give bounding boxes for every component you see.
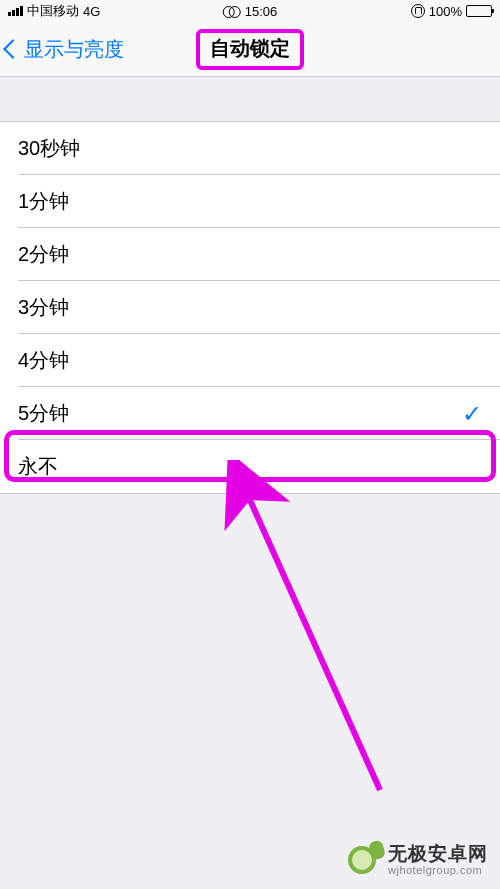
option-5min[interactable]: 5分钟 ✓: [0, 387, 500, 440]
status-left: 中国移动 4G: [8, 2, 100, 20]
option-4min[interactable]: 4分钟: [0, 334, 500, 387]
status-right: 100%: [411, 4, 492, 19]
battery-percent-label: 100%: [429, 4, 462, 19]
option-never[interactable]: 永不: [0, 440, 500, 493]
rotation-lock-icon: [411, 4, 425, 18]
watermark-title: 无极安卓网: [388, 844, 488, 865]
hotspot-icon: [223, 6, 241, 16]
option-label: 4分钟: [18, 347, 69, 374]
battery-icon: [466, 5, 492, 17]
option-label: 1分钟: [18, 188, 69, 215]
options-list: 30秒钟 1分钟 2分钟 3分钟 4分钟 5分钟 ✓ 永不: [0, 121, 500, 494]
chevron-left-icon: [3, 39, 23, 59]
carrier-label: 中国移动: [27, 2, 79, 20]
signal-icon: [8, 6, 23, 16]
annotation-arrow: [180, 460, 400, 800]
back-label: 显示与亮度: [24, 36, 124, 63]
checkmark-icon: ✓: [462, 400, 482, 428]
status-center: 15:06: [223, 4, 278, 19]
option-label: 5分钟: [18, 400, 69, 427]
option-label: 永不: [18, 453, 58, 480]
watermark: 无极安卓网 wjhotelgroup.com: [348, 843, 488, 877]
option-label: 2分钟: [18, 241, 69, 268]
option-label: 30秒钟: [18, 135, 80, 162]
status-bar: 中国移动 4G 15:06 100%: [0, 0, 500, 22]
option-2min[interactable]: 2分钟: [0, 228, 500, 281]
option-3min[interactable]: 3分钟: [0, 281, 500, 334]
page-title: 自动锁定: [196, 29, 304, 70]
back-button[interactable]: 显示与亮度: [0, 36, 124, 63]
option-1min[interactable]: 1分钟: [0, 175, 500, 228]
option-30s[interactable]: 30秒钟: [0, 122, 500, 175]
svg-line-0: [250, 500, 380, 790]
option-label: 3分钟: [18, 294, 69, 321]
network-label: 4G: [83, 4, 100, 19]
navigation-bar: 显示与亮度 自动锁定: [0, 22, 500, 77]
watermark-logo-icon: [348, 843, 382, 877]
watermark-url: wjhotelgroup.com: [388, 864, 488, 876]
clock-label: 15:06: [245, 4, 278, 19]
